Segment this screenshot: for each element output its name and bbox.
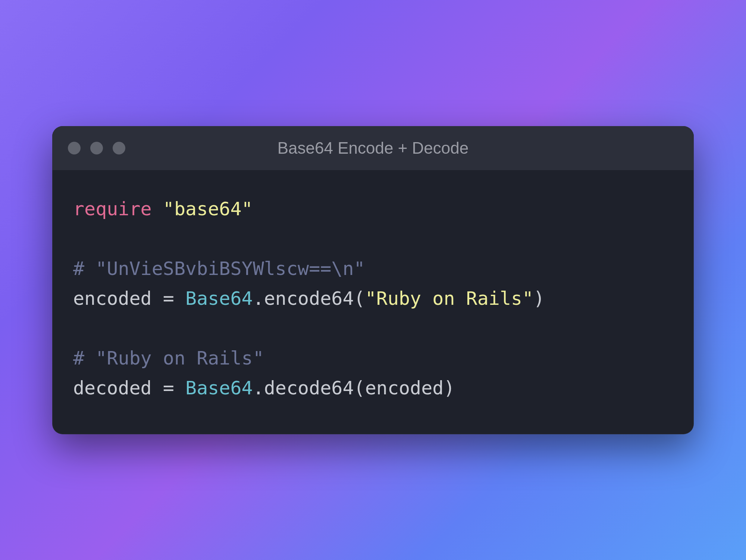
code-area: require "base64" # "UnVieSBvbiBSYWlscw==…	[52, 170, 694, 434]
window-title: Base64 Encode + Decode	[52, 139, 694, 157]
token-space	[152, 198, 163, 220]
token-plain: .decode64(encoded)	[253, 377, 455, 399]
code-line: require "base64"	[73, 198, 253, 220]
token-const: Base64	[185, 377, 253, 399]
token-comment: # "UnVieSBvbiBSYWlscw==\n"	[73, 258, 365, 279]
token-plain: decoded =	[73, 377, 185, 399]
token-keyword: require	[73, 198, 152, 220]
token-string: "Ruby on Rails"	[365, 288, 534, 309]
traffic-lights	[68, 142, 125, 154]
token-plain: encoded =	[73, 288, 185, 309]
token-plain: )	[533, 288, 545, 309]
titlebar: Base64 Encode + Decode	[52, 126, 694, 170]
zoom-icon[interactable]	[113, 142, 125, 154]
token-string: "base64"	[163, 198, 253, 220]
minimize-icon[interactable]	[90, 142, 103, 154]
token-plain: .encode64(	[253, 288, 365, 309]
code-line: # "Ruby on Rails"	[73, 347, 264, 369]
token-const: Base64	[185, 288, 253, 309]
code-line: # "UnVieSBvbiBSYWlscw==\n"	[73, 258, 365, 279]
code-window: Base64 Encode + Decode require "base64" …	[52, 126, 694, 434]
code-line: encoded = Base64.encode64("Ruby on Rails…	[73, 288, 545, 309]
code-line: decoded = Base64.decode64(encoded)	[73, 377, 455, 399]
close-icon[interactable]	[68, 142, 81, 154]
token-comment: # "Ruby on Rails"	[73, 347, 264, 369]
